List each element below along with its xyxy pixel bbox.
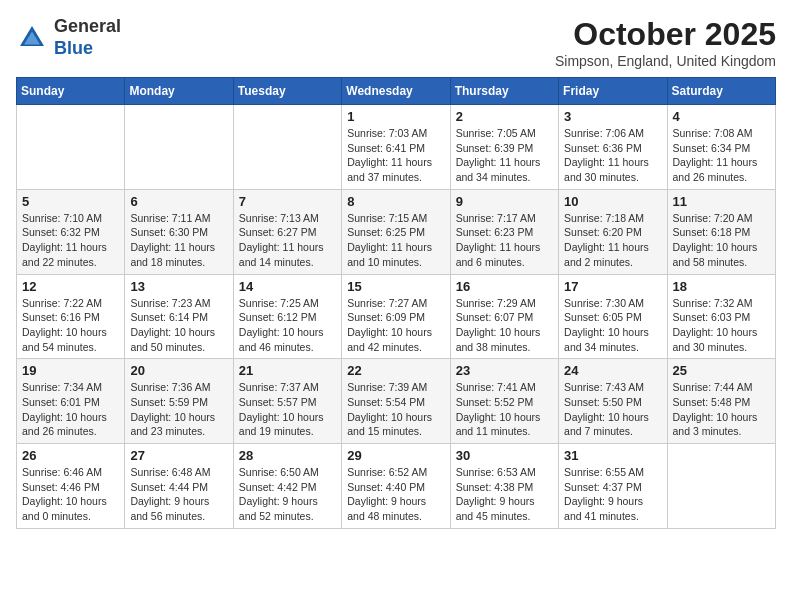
calendar-cell: 15Sunrise: 7:27 AM Sunset: 6:09 PM Dayli… <box>342 274 450 359</box>
calendar-cell: 17Sunrise: 7:30 AM Sunset: 6:05 PM Dayli… <box>559 274 667 359</box>
calendar-cell: 25Sunrise: 7:44 AM Sunset: 5:48 PM Dayli… <box>667 359 775 444</box>
calendar-cell: 18Sunrise: 7:32 AM Sunset: 6:03 PM Dayli… <box>667 274 775 359</box>
day-info: Sunrise: 7:06 AM Sunset: 6:36 PM Dayligh… <box>564 126 661 185</box>
calendar-cell: 19Sunrise: 7:34 AM Sunset: 6:01 PM Dayli… <box>17 359 125 444</box>
day-number: 15 <box>347 279 444 294</box>
calendar-cell: 20Sunrise: 7:36 AM Sunset: 5:59 PM Dayli… <box>125 359 233 444</box>
day-number: 30 <box>456 448 553 463</box>
day-info: Sunrise: 7:11 AM Sunset: 6:30 PM Dayligh… <box>130 211 227 270</box>
day-info: Sunrise: 7:29 AM Sunset: 6:07 PM Dayligh… <box>456 296 553 355</box>
day-number: 20 <box>130 363 227 378</box>
calendar-cell: 16Sunrise: 7:29 AM Sunset: 6:07 PM Dayli… <box>450 274 558 359</box>
day-number: 2 <box>456 109 553 124</box>
day-number: 6 <box>130 194 227 209</box>
calendar-cell: 22Sunrise: 7:39 AM Sunset: 5:54 PM Dayli… <box>342 359 450 444</box>
day-info: Sunrise: 7:30 AM Sunset: 6:05 PM Dayligh… <box>564 296 661 355</box>
day-number: 27 <box>130 448 227 463</box>
day-info: Sunrise: 7:13 AM Sunset: 6:27 PM Dayligh… <box>239 211 336 270</box>
logo-icon <box>16 22 48 54</box>
calendar-cell: 21Sunrise: 7:37 AM Sunset: 5:57 PM Dayli… <box>233 359 341 444</box>
day-number: 19 <box>22 363 119 378</box>
day-info: Sunrise: 7:23 AM Sunset: 6:14 PM Dayligh… <box>130 296 227 355</box>
calendar-cell: 5Sunrise: 7:10 AM Sunset: 6:32 PM Daylig… <box>17 189 125 274</box>
calendar-header: SundayMondayTuesdayWednesdayThursdayFrid… <box>17 78 776 105</box>
calendar-cell: 10Sunrise: 7:18 AM Sunset: 6:20 PM Dayli… <box>559 189 667 274</box>
calendar-cell: 14Sunrise: 7:25 AM Sunset: 6:12 PM Dayli… <box>233 274 341 359</box>
day-number: 21 <box>239 363 336 378</box>
calendar-cell: 12Sunrise: 7:22 AM Sunset: 6:16 PM Dayli… <box>17 274 125 359</box>
day-info: Sunrise: 7:36 AM Sunset: 5:59 PM Dayligh… <box>130 380 227 439</box>
day-info: Sunrise: 6:53 AM Sunset: 4:38 PM Dayligh… <box>456 465 553 524</box>
day-number: 4 <box>673 109 770 124</box>
day-info: Sunrise: 7:10 AM Sunset: 6:32 PM Dayligh… <box>22 211 119 270</box>
day-number: 28 <box>239 448 336 463</box>
day-info: Sunrise: 7:39 AM Sunset: 5:54 PM Dayligh… <box>347 380 444 439</box>
calendar-cell: 7Sunrise: 7:13 AM Sunset: 6:27 PM Daylig… <box>233 189 341 274</box>
calendar-cell: 3Sunrise: 7:06 AM Sunset: 6:36 PM Daylig… <box>559 105 667 190</box>
day-info: Sunrise: 7:37 AM Sunset: 5:57 PM Dayligh… <box>239 380 336 439</box>
calendar-cell: 23Sunrise: 7:41 AM Sunset: 5:52 PM Dayli… <box>450 359 558 444</box>
calendar-cell: 8Sunrise: 7:15 AM Sunset: 6:25 PM Daylig… <box>342 189 450 274</box>
logo: General Blue <box>16 16 121 59</box>
day-info: Sunrise: 7:44 AM Sunset: 5:48 PM Dayligh… <box>673 380 770 439</box>
title-block: October 2025 Simpson, England, United Ki… <box>555 16 776 69</box>
calendar-cell: 13Sunrise: 7:23 AM Sunset: 6:14 PM Dayli… <box>125 274 233 359</box>
day-number: 29 <box>347 448 444 463</box>
calendar-cell: 24Sunrise: 7:43 AM Sunset: 5:50 PM Dayli… <box>559 359 667 444</box>
day-number: 8 <box>347 194 444 209</box>
day-number: 10 <box>564 194 661 209</box>
weekday-header: Friday <box>559 78 667 105</box>
calendar-cell: 4Sunrise: 7:08 AM Sunset: 6:34 PM Daylig… <box>667 105 775 190</box>
calendar-week-row: 26Sunrise: 6:46 AM Sunset: 4:46 PM Dayli… <box>17 444 776 529</box>
location: Simpson, England, United Kingdom <box>555 53 776 69</box>
calendar-cell <box>17 105 125 190</box>
day-info: Sunrise: 7:08 AM Sunset: 6:34 PM Dayligh… <box>673 126 770 185</box>
calendar-cell: 31Sunrise: 6:55 AM Sunset: 4:37 PM Dayli… <box>559 444 667 529</box>
calendar-cell: 2Sunrise: 7:05 AM Sunset: 6:39 PM Daylig… <box>450 105 558 190</box>
weekday-header: Monday <box>125 78 233 105</box>
calendar-week-row: 5Sunrise: 7:10 AM Sunset: 6:32 PM Daylig… <box>17 189 776 274</box>
day-number: 9 <box>456 194 553 209</box>
calendar-table: SundayMondayTuesdayWednesdayThursdayFrid… <box>16 77 776 529</box>
calendar-cell: 27Sunrise: 6:48 AM Sunset: 4:44 PM Dayli… <box>125 444 233 529</box>
weekday-header: Thursday <box>450 78 558 105</box>
day-info: Sunrise: 7:43 AM Sunset: 5:50 PM Dayligh… <box>564 380 661 439</box>
calendar-week-row: 12Sunrise: 7:22 AM Sunset: 6:16 PM Dayli… <box>17 274 776 359</box>
day-info: Sunrise: 7:34 AM Sunset: 6:01 PM Dayligh… <box>22 380 119 439</box>
page-header: General Blue October 2025 Simpson, Engla… <box>16 16 776 69</box>
calendar-cell: 30Sunrise: 6:53 AM Sunset: 4:38 PM Dayli… <box>450 444 558 529</box>
calendar-cell <box>667 444 775 529</box>
calendar-week-row: 19Sunrise: 7:34 AM Sunset: 6:01 PM Dayli… <box>17 359 776 444</box>
day-number: 1 <box>347 109 444 124</box>
day-number: 31 <box>564 448 661 463</box>
day-number: 7 <box>239 194 336 209</box>
calendar-cell: 28Sunrise: 6:50 AM Sunset: 4:42 PM Dayli… <box>233 444 341 529</box>
day-number: 12 <box>22 279 119 294</box>
day-info: Sunrise: 7:17 AM Sunset: 6:23 PM Dayligh… <box>456 211 553 270</box>
day-info: Sunrise: 7:18 AM Sunset: 6:20 PM Dayligh… <box>564 211 661 270</box>
weekday-row: SundayMondayTuesdayWednesdayThursdayFrid… <box>17 78 776 105</box>
day-number: 23 <box>456 363 553 378</box>
logo-text: General Blue <box>54 16 121 59</box>
weekday-header: Wednesday <box>342 78 450 105</box>
calendar-cell: 6Sunrise: 7:11 AM Sunset: 6:30 PM Daylig… <box>125 189 233 274</box>
calendar-cell: 11Sunrise: 7:20 AM Sunset: 6:18 PM Dayli… <box>667 189 775 274</box>
day-number: 5 <box>22 194 119 209</box>
day-info: Sunrise: 6:52 AM Sunset: 4:40 PM Dayligh… <box>347 465 444 524</box>
calendar-body: 1Sunrise: 7:03 AM Sunset: 6:41 PM Daylig… <box>17 105 776 529</box>
calendar-week-row: 1Sunrise: 7:03 AM Sunset: 6:41 PM Daylig… <box>17 105 776 190</box>
day-number: 13 <box>130 279 227 294</box>
calendar-cell: 26Sunrise: 6:46 AM Sunset: 4:46 PM Dayli… <box>17 444 125 529</box>
weekday-header: Tuesday <box>233 78 341 105</box>
day-info: Sunrise: 7:27 AM Sunset: 6:09 PM Dayligh… <box>347 296 444 355</box>
day-number: 24 <box>564 363 661 378</box>
weekday-header: Sunday <box>17 78 125 105</box>
day-number: 26 <box>22 448 119 463</box>
day-info: Sunrise: 7:05 AM Sunset: 6:39 PM Dayligh… <box>456 126 553 185</box>
day-info: Sunrise: 7:32 AM Sunset: 6:03 PM Dayligh… <box>673 296 770 355</box>
calendar-cell: 1Sunrise: 7:03 AM Sunset: 6:41 PM Daylig… <box>342 105 450 190</box>
day-number: 22 <box>347 363 444 378</box>
day-number: 16 <box>456 279 553 294</box>
day-info: Sunrise: 7:15 AM Sunset: 6:25 PM Dayligh… <box>347 211 444 270</box>
day-number: 11 <box>673 194 770 209</box>
